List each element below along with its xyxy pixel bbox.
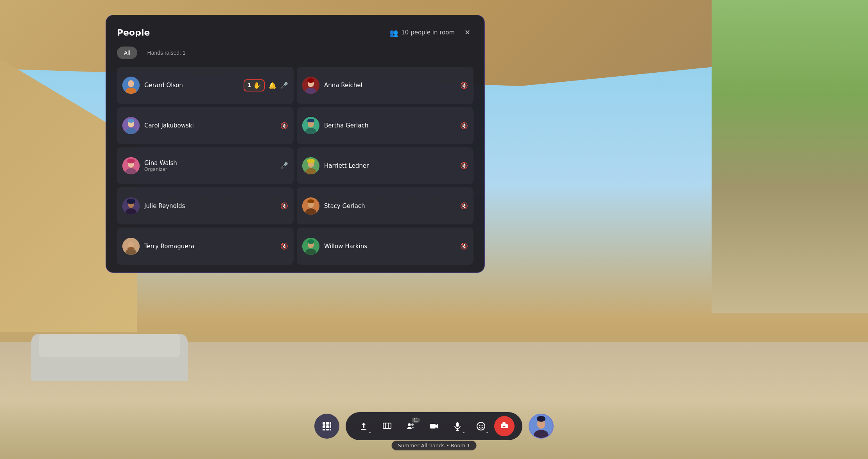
person-name-gerard: Gerard Olson xyxy=(144,82,239,89)
share-button[interactable] xyxy=(353,416,374,436)
mic-muted-icon-bertha[interactable]: 🔇 xyxy=(460,122,468,129)
svg-point-26 xyxy=(127,199,135,204)
avatar-carol xyxy=(122,117,140,134)
svg-point-10 xyxy=(127,119,135,123)
svg-rect-44 xyxy=(330,425,331,428)
person-name-anna: Anna Reichel xyxy=(324,82,456,89)
avatar-bertha xyxy=(302,117,319,134)
panel-header-right: 👥 10 people in room ✕ xyxy=(389,26,473,39)
bg-wall-right xyxy=(712,0,868,313)
tab-hands-raised[interactable]: Hands raised: 1 xyxy=(140,47,193,59)
toolbar-pill: 11 xyxy=(346,412,522,440)
camera-button[interactable] xyxy=(424,416,444,436)
hand-emoji: ✋ xyxy=(253,82,261,89)
avatar-anna xyxy=(302,77,319,94)
person-actions-terry: 🔇 xyxy=(280,242,288,250)
person-actions-stacy: 🔇 xyxy=(460,202,468,210)
tab-all[interactable]: All xyxy=(117,47,137,59)
person-actions-harriett: 🔇 xyxy=(460,162,468,169)
avatar-willow xyxy=(302,238,319,255)
people-count-icon: 👥 xyxy=(389,29,398,37)
person-row-bertha: Bertha Gerlach 🔇 xyxy=(297,107,473,144)
person-row-julie: Julie Reynolds 🔇 xyxy=(117,187,294,224)
person-actions-bertha: 🔇 xyxy=(460,122,468,129)
people-count: 👥 10 people in room xyxy=(389,29,455,37)
people-button[interactable]: 11 xyxy=(400,416,421,436)
user-avatar-bottom[interactable] xyxy=(529,414,554,439)
close-icon: ✕ xyxy=(464,28,470,37)
svg-point-57 xyxy=(482,425,483,426)
mic-icon-gina[interactable]: 🎤 xyxy=(280,162,288,169)
svg-rect-41 xyxy=(330,422,331,425)
person-name-harriett: Harriett Ledner xyxy=(324,162,456,169)
person-actions-anna: 🔇 xyxy=(460,82,468,89)
mic-muted-icon-willow[interactable]: 🔇 xyxy=(460,242,468,250)
avatar-gerard xyxy=(122,77,140,94)
bell-icon-gerard[interactable]: 🔔 xyxy=(269,82,276,89)
svg-rect-39 xyxy=(323,422,325,425)
avatar-julie xyxy=(122,197,140,215)
hand-raised-badge-gerard[interactable]: 1 ✋ xyxy=(244,79,265,91)
person-info-julie: Julie Reynolds xyxy=(144,203,276,210)
mic-muted-icon-stacy[interactable]: 🔇 xyxy=(460,202,468,210)
person-actions-gina: 🎤 xyxy=(280,162,288,169)
mic-muted-icon-harriett[interactable]: 🔇 xyxy=(460,162,468,169)
svg-point-49 xyxy=(408,423,411,426)
bottom-bar: 11 xyxy=(314,412,554,440)
close-button[interactable]: ✕ xyxy=(461,26,473,39)
person-row-willow: Willow Harkins 🔇 xyxy=(297,228,473,265)
person-actions-willow: 🔇 xyxy=(460,242,468,250)
person-info-bertha: Bertha Gerlach xyxy=(324,122,456,129)
svg-point-1 xyxy=(128,80,134,87)
svg-rect-40 xyxy=(326,422,329,425)
svg-rect-43 xyxy=(326,425,329,428)
svg-rect-52 xyxy=(456,422,459,427)
person-row-anna: Anna Reichel 🔇 xyxy=(297,67,473,104)
avatar-gina xyxy=(122,157,140,174)
bg-couch-cushion xyxy=(39,334,180,357)
mic-muted-icon-anna[interactable]: 🔇 xyxy=(460,82,468,89)
avatar-stacy xyxy=(302,197,319,215)
svg-point-6 xyxy=(307,78,314,83)
content-button[interactable] xyxy=(377,416,397,436)
svg-point-55 xyxy=(477,422,485,430)
person-actions-gerard: 1 ✋ 🔔 🎤 xyxy=(244,79,288,91)
person-name-terry: Terry Romaguera xyxy=(144,243,276,250)
tabs: All Hands raised: 1 xyxy=(117,47,473,59)
person-info-stacy: Stacy Gerlach xyxy=(324,203,456,210)
mic-muted-icon-julie[interactable]: 🔇 xyxy=(280,202,288,210)
person-name-stacy: Stacy Gerlach xyxy=(324,203,456,210)
person-name-carol: Carol Jakubowski xyxy=(144,122,276,129)
svg-point-50 xyxy=(411,423,414,426)
person-row-carol: Carol Jakubowski 🔇 xyxy=(117,107,294,144)
mic-muted-icon-carol[interactable]: 🔇 xyxy=(280,122,288,129)
svg-point-34 xyxy=(127,247,135,250)
person-actions-carol: 🔇 xyxy=(280,122,288,129)
person-info-gerard: Gerard Olson xyxy=(144,82,239,89)
mic-button[interactable] xyxy=(447,416,468,436)
person-actions-julie: 🔇 xyxy=(280,202,288,210)
mic-icon-gerard[interactable]: 🎤 xyxy=(280,82,288,89)
person-info-carol: Carol Jakubowski xyxy=(144,122,276,129)
svg-point-18 xyxy=(127,159,135,163)
end-call-button[interactable] xyxy=(494,416,515,436)
person-role-gina: Organizer xyxy=(144,167,276,172)
svg-rect-42 xyxy=(323,425,325,428)
person-name-julie: Julie Reynolds xyxy=(144,203,276,210)
avatar-harriett xyxy=(302,157,319,174)
svg-point-63 xyxy=(537,416,546,422)
hand-count: 1 xyxy=(247,82,251,88)
svg-rect-47 xyxy=(330,429,331,430)
mic-muted-icon-terry[interactable]: 🔇 xyxy=(280,242,288,250)
person-row-gerard: Gerard Olson 1 ✋ 🔔 🎤 xyxy=(117,67,294,104)
reaction-button[interactable] xyxy=(471,416,491,436)
panel-header: People 👥 10 people in room ✕ xyxy=(117,26,473,39)
person-info-anna: Anna Reichel xyxy=(324,82,456,89)
panel-title: People xyxy=(117,28,150,38)
person-row-harriett: Harriett Ledner 🔇 xyxy=(297,147,473,185)
person-row-terry: Terry Romaguera 🔇 xyxy=(117,228,294,265)
grid-button[interactable] xyxy=(314,414,339,439)
svg-rect-14 xyxy=(307,119,314,122)
svg-point-56 xyxy=(479,425,481,426)
person-row-gina: Gina Walsh Organizer 🎤 xyxy=(117,147,294,185)
